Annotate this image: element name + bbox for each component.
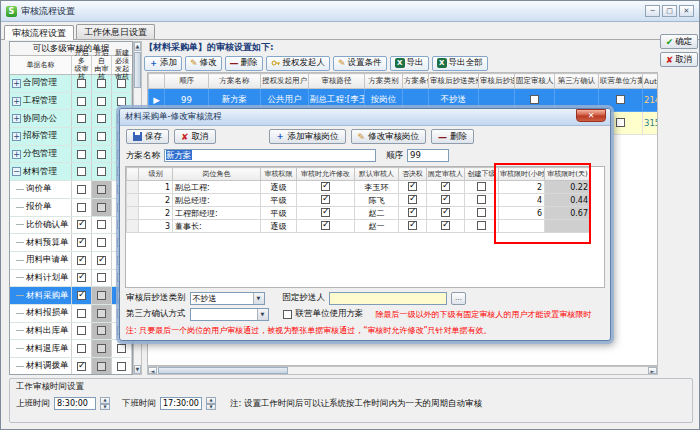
sidebar-item-材料采购单[interactable]: 材料采购单 (10, 287, 132, 305)
grid-column-header[interactable]: 顺序 (165, 74, 209, 89)
table-row[interactable]: 1副总工程:逐级李玉环20.22 (127, 181, 591, 194)
checkbox[interactable] (77, 273, 86, 282)
scroll-left-icon[interactable]: ◄ (148, 367, 157, 374)
sidebar-item-协同办公[interactable]: +协同办公 (10, 110, 132, 128)
sidebar-item-材料调拨单[interactable]: 材料调拨单 (10, 358, 132, 375)
checkbox[interactable] (117, 97, 126, 106)
checkbox[interactable] (616, 95, 625, 104)
sidebar-item-合同管理[interactable]: +合同管理 (10, 75, 132, 93)
checkbox[interactable] (408, 208, 417, 217)
expand-icon[interactable]: + (12, 150, 21, 159)
checkbox[interactable] (97, 362, 106, 371)
checkbox[interactable] (77, 185, 86, 194)
grid-column-header[interactable]: 默认审核人 (355, 168, 399, 181)
sidebar-item-分包管理[interactable]: +分包管理 (10, 146, 132, 164)
checkbox[interactable] (408, 221, 417, 230)
joint-unit-checkbox[interactable] (283, 310, 292, 319)
end-time-spinner[interactable]: ▲▼ (206, 397, 216, 410)
sidebar-item-材料管理[interactable]: −材料管理 (10, 163, 132, 181)
checkbox[interactable] (97, 150, 106, 159)
expand-icon[interactable]: + (12, 97, 21, 106)
table-row[interactable]: 2工程部经理:平级赵二60.67 (127, 207, 591, 220)
checkbox[interactable] (530, 95, 539, 104)
checkbox[interactable] (97, 97, 106, 106)
checkbox[interactable] (97, 273, 106, 282)
expand-icon[interactable]: + (12, 114, 21, 123)
checkbox[interactable] (117, 344, 126, 353)
cancel-button[interactable]: ✘取消 (660, 52, 698, 67)
grid-column-header[interactable]: 级别 (139, 168, 173, 181)
scroll-down-icon[interactable]: ▼ (134, 365, 141, 374)
checkbox[interactable] (117, 362, 126, 371)
sidebar-item-材料预算单[interactable]: 材料预算单 (10, 234, 132, 252)
grid-column-header[interactable]: 审核限时(小时) (499, 168, 545, 181)
tab-rest-day-settings[interactable]: 工作休息日设置 (76, 24, 155, 39)
maximize-button[interactable]: □ (662, 5, 677, 17)
grid-column-header[interactable]: 审核路径 (309, 74, 365, 89)
tab-audit-flow-settings[interactable]: 审核流程设置 (4, 25, 74, 40)
checkbox[interactable] (97, 256, 106, 265)
start-time-spinner[interactable]: ▲▼ (100, 397, 110, 410)
close-button[interactable]: ✕ (679, 5, 694, 17)
collapse-icon[interactable]: − (12, 167, 21, 176)
grid-column-header[interactable]: 审核权限 (261, 168, 297, 181)
scroll-right-icon[interactable]: ► (648, 367, 657, 374)
scrollbar-thumb[interactable] (134, 52, 141, 88)
table-row[interactable]: 3董事长:逐级赵一 (127, 220, 591, 233)
grid-column-header[interactable]: 固定审核人 (515, 74, 555, 89)
checkbox[interactable] (97, 167, 106, 176)
checkbox[interactable] (77, 203, 86, 212)
spin-down-icon[interactable]: ▼ (100, 404, 110, 411)
grid-column-header[interactable] (127, 168, 139, 181)
grid-column-header[interactable]: 授权发起用户 (261, 74, 309, 89)
fixed-cc-input[interactable] (329, 292, 447, 305)
edit-audit-post-button[interactable]: ✎修改审核岗位 (351, 129, 427, 144)
checkbox[interactable] (117, 79, 126, 88)
chevron-down-icon[interactable]: ▼ (253, 293, 264, 304)
sidebar-item-报价单[interactable]: 报价单 (10, 199, 132, 217)
checkbox[interactable] (408, 182, 417, 191)
add-audit-post-button[interactable]: ＋添加审核岗位 (269, 129, 346, 144)
checkbox[interactable] (97, 132, 106, 141)
sidebar-item-比价确认单[interactable]: 比价确认单 (10, 217, 132, 235)
checkbox[interactable] (77, 291, 86, 300)
checkbox[interactable] (477, 182, 486, 191)
checkbox[interactable] (321, 208, 330, 217)
grid-column-header[interactable]: 岗位角色 (173, 168, 261, 181)
sidebar-item-工程管理[interactable]: +工程管理 (10, 93, 132, 111)
checkbox[interactable] (77, 256, 86, 265)
checkbox[interactable] (77, 220, 86, 229)
grid-column-header[interactable] (149, 74, 165, 89)
scroll-up-icon[interactable]: ▲ (134, 42, 141, 51)
sidebar-item-材料出库单[interactable]: 材料出库单 (10, 323, 132, 341)
save-button[interactable]: 保存 (126, 129, 169, 144)
checkbox[interactable] (477, 208, 486, 217)
grid-column-header[interactable]: 创建下级 (465, 168, 499, 181)
checkbox[interactable] (77, 238, 86, 247)
checkbox[interactable] (441, 208, 450, 217)
end-time-input[interactable] (160, 397, 202, 410)
checkbox[interactable] (97, 185, 106, 194)
grid-column-header[interactable]: 第三方确认 (555, 74, 599, 89)
grid-column-header[interactable]: 方案类别 (365, 74, 403, 89)
spin-down-icon[interactable]: ▼ (206, 404, 216, 411)
third-party-select[interactable]: ▼ (190, 308, 269, 321)
checkbox[interactable] (97, 291, 106, 300)
dialog-close-button[interactable]: ✕ (576, 109, 606, 122)
set-condition-button[interactable]: ✎设置条件 (333, 56, 387, 71)
checkbox[interactable] (77, 79, 86, 88)
expand-icon[interactable]: + (12, 132, 21, 141)
edit-button[interactable]: ✎修改 (185, 56, 222, 71)
sidebar-item-材料计划单[interactable]: 材料计划单 (10, 270, 132, 288)
minimize-button[interactable]: ─ (645, 5, 660, 17)
checkbox[interactable] (441, 182, 450, 191)
checkbox[interactable] (77, 362, 86, 371)
checkbox[interactable] (97, 344, 106, 353)
grid-column-header[interactable]: 审核后抄送人 (479, 74, 515, 89)
cc-type-select[interactable]: 不抄送▼ (190, 292, 265, 305)
order-input[interactable]: 99 (407, 149, 449, 162)
checkbox[interactable] (77, 114, 86, 123)
checkbox[interactable] (477, 195, 486, 204)
export-all-button[interactable]: X导出全部 (432, 56, 488, 71)
grid-column-header[interactable]: 联营单位方案 (599, 74, 643, 89)
